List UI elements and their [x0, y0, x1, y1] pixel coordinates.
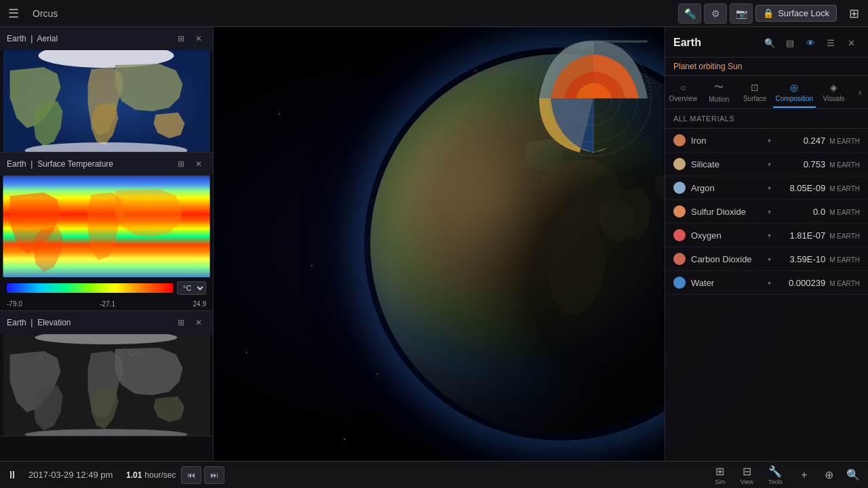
material-unit-4: M EARTH — [829, 232, 860, 240]
right-panel: Earth 🔍 ▤ 👁 ☰ ✕ Planet orbiting Sun ○ Ov… — [665, 27, 868, 461]
surface-temp-card-title: Earth | Surface Temperature — [7, 159, 171, 169]
material-name-2: Argon — [691, 183, 766, 193]
play-pause-button[interactable]: ⏸ — [0, 463, 24, 487]
aerial-card: Earth | Aerial ⊞ ✕ — [0, 27, 213, 152]
settings-button[interactable]: ⚙ — [704, 3, 727, 24]
material-value-5: 3.59E-10 — [771, 254, 825, 264]
zoom-button[interactable]: 🔍 — [844, 466, 863, 485]
motion-tab-label: Motion — [709, 96, 729, 103]
material-unit-3: M EARTH — [829, 209, 860, 216]
view-tool[interactable]: ⊟ View — [735, 464, 759, 487]
search-button[interactable]: 🔍 — [761, 34, 778, 52]
elevation-close-btn[interactable]: ✕ — [191, 315, 206, 330]
material-row-carbon-dioxide: Carbon Dioxide ▾3.59E-10M EARTH — [665, 247, 868, 271]
aerial-thumbnail — [0, 50, 213, 152]
add-button[interactable]: + — [795, 466, 814, 485]
visuals-tab-icon: ◈ — [830, 82, 837, 93]
surface-temp-close-btn[interactable]: ✕ — [191, 157, 206, 171]
menu-button[interactable]: ☰ — [0, 6, 27, 21]
material-value-group-2: 8.05E-09M EARTH — [771, 183, 860, 193]
elevation-layers-btn[interactable]: ⊞ — [174, 315, 189, 330]
info-button[interactable]: ▤ — [781, 34, 799, 52]
rewind-button[interactable]: ⏮ — [181, 466, 201, 484]
tab-more[interactable]: › — [852, 86, 868, 98]
motion-tab-icon: 〜 — [714, 81, 724, 94]
surface-lock-button[interactable]: 🔒 Surface Lock — [755, 5, 837, 22]
bottom-right-icons: + ⊕ 🔍 — [795, 466, 863, 485]
materials-list: Iron ▾0.247M EARTHSilicate ▾0.753M EARTH… — [665, 129, 868, 295]
tab-motion[interactable]: 〜 Motion — [701, 76, 737, 108]
app-title: Orcus — [33, 8, 58, 19]
elevation-map-svg — [0, 334, 213, 436]
flashlight-icon: 🔦 — [684, 8, 696, 19]
temp-unit-select[interactable]: °C °F K — [177, 281, 206, 295]
temp-map-svg — [0, 176, 213, 277]
flashlight-button[interactable]: 🔦 — [678, 3, 701, 24]
material-value-group-3: 0.0M EARTH — [771, 207, 860, 217]
material-dot-iron — [673, 134, 686, 146]
temp-values-row: -79.0 -27.1 24.9 — [0, 299, 213, 310]
material-unit-5: M EARTH — [829, 256, 860, 264]
material-name-4: Oxygen — [691, 230, 766, 241]
speed-value: 1.01 — [126, 470, 142, 480]
right-panel-header: Earth 🔍 ▤ 👁 ☰ ✕ — [665, 27, 868, 58]
material-value-group-5: 3.59E-10M EARTH — [771, 254, 860, 264]
composition-tab-icon: ◎ — [790, 82, 798, 93]
speed-display: 1.01 hour/sec — [126, 470, 176, 480]
material-row-oxygen: Oxygen ▾1.81E-07M EARTH — [665, 224, 868, 247]
camera-icon: 📷 — [736, 8, 747, 19]
material-name-6: Water — [691, 278, 766, 288]
tools-icon: 🔧 — [768, 465, 782, 478]
tab-surface[interactable]: ⊡ Surface — [737, 77, 773, 108]
material-row-sulfur-dioxide: Sulfur Dioxide ▾0.0M EARTH — [665, 200, 868, 224]
close-button[interactable]: ✕ — [842, 34, 860, 52]
timestamp-display: 2017-03-29 12:49 pm — [28, 470, 123, 480]
material-row-water: Water ▾0.000239M EARTH — [665, 271, 868, 295]
material-dot-water — [673, 277, 686, 289]
lock-icon: 🔒 — [763, 8, 774, 18]
material-value-1: 0.753 — [771, 159, 825, 169]
material-dot-carbon-dioxide — [673, 253, 686, 265]
composition-content: ALL MATERIALS Iron ▾0.247M EARTHSilicate… — [665, 109, 868, 461]
forward-button[interactable]: ⏭ — [204, 466, 224, 484]
list-button[interactable]: ☰ — [822, 34, 840, 52]
tab-visuals[interactable]: ◈ Visuals — [816, 77, 852, 108]
planet-subtitle: Planet orbiting Sun — [665, 58, 868, 76]
layers-button[interactable]: ⊞ — [842, 2, 865, 25]
material-value-group-4: 1.81E-07M EARTH — [771, 230, 860, 241]
material-unit-6: M EARTH — [829, 280, 860, 287]
material-unit-2: M EARTH — [829, 185, 860, 192]
left-panel: Earth | Aerial ⊞ ✕ — [0, 27, 214, 461]
sim-icon: ⊞ — [715, 465, 724, 478]
surface-lock-label: Surface Lock — [778, 8, 829, 18]
material-dot-sulfur-dioxide — [673, 205, 686, 218]
toolbar-group: 🔦 ⚙ 📷 🔒 Surface Lock — [678, 3, 837, 24]
view-icon: ⊟ — [743, 465, 751, 478]
temp-gradient-bar — [7, 283, 173, 293]
aerial-close-btn[interactable]: ✕ — [191, 31, 206, 46]
surface-tab-label: Surface — [743, 95, 766, 102]
temp-min: -79.0 — [7, 300, 22, 308]
bottom-tools: ⊞ Sim ⊟ View 🔧 Tools — [709, 464, 788, 487]
material-value-0: 0.247 — [771, 136, 825, 146]
target-button[interactable]: ⊕ — [819, 466, 838, 485]
surface-temp-card: Earth | Surface Temperature ⊞ ✕ — [0, 152, 213, 311]
surface-temp-layers-btn[interactable]: ⊞ — [174, 157, 189, 171]
tools-label: Tools — [768, 479, 783, 485]
camera-button[interactable]: 📷 — [730, 3, 753, 24]
temp-mid: -27.1 — [100, 300, 115, 308]
sim-tool[interactable]: ⊞ Sim — [709, 464, 731, 487]
tab-composition[interactable]: ◎ Composition — [773, 77, 816, 108]
planet-title: Earth — [673, 37, 761, 49]
tab-overview[interactable]: ○ Overview — [665, 77, 701, 108]
material-dot-oxygen — [673, 229, 686, 241]
topbar: ☰ Orcus 🔦 ⚙ 📷 🔒 Surface Lock ⊞ — [0, 0, 868, 27]
material-value-4: 1.81E-07 — [771, 230, 825, 241]
star-link[interactable]: Sun — [728, 62, 742, 71]
tools-tool[interactable]: 🔧 Tools — [763, 464, 788, 487]
material-value-group-6: 0.000239M EARTH — [771, 278, 860, 288]
aerial-layers-btn[interactable]: ⊞ — [174, 31, 189, 46]
view-button[interactable]: 👁 — [802, 34, 819, 52]
bottombar: ⏸ 2017-03-29 12:49 pm 1.01 hour/sec ⏮ ⏭ … — [0, 461, 868, 488]
material-value-6: 0.000239 — [771, 278, 825, 288]
